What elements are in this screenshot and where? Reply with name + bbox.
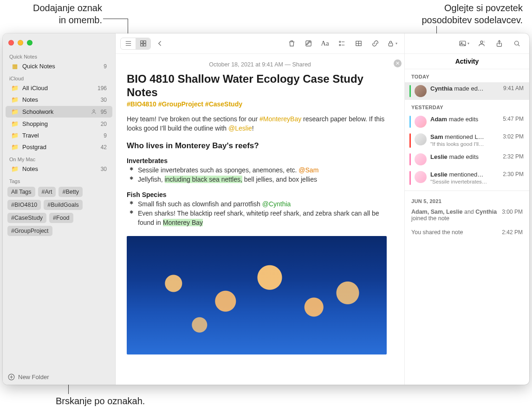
tag-chip-all[interactable]: All Tags [7, 187, 35, 197]
activity-panel: ▾ Activity TODAY Cynthia made ed… 9:41 A… [405, 33, 529, 385]
link-button[interactable] [367, 37, 383, 50]
bullet-list: Sessile invertebrates such as sponges, a… [127, 165, 393, 184]
sidebar-item-shopping[interactable]: 📁 Shopping 20 [6, 118, 112, 129]
highlight: including black sea nettles, [165, 176, 242, 183]
sidebar-item-all-icloud[interactable]: 📁 All iCloud 196 [6, 83, 112, 93]
sidebar-item-schoolwork[interactable]: 📁 Schoolwork 95 [6, 106, 112, 118]
sidebar-item-postgrad[interactable]: 📁 Postgrad 42 [6, 142, 112, 152]
delete-button[interactable] [284, 37, 299, 50]
highlight: Monterey Bay [163, 219, 203, 226]
activity-plain-row: You shared the note 2:42 PM [405, 227, 529, 237]
tag-chip-bio4810[interactable]: #BIO4810 [7, 200, 41, 210]
table-button[interactable] [350, 37, 366, 50]
activity-text: Leslie made edits [430, 153, 497, 161]
tag-chip-buildgoals[interactable]: #BuildGoals [44, 200, 82, 210]
mention[interactable]: @Sam [298, 166, 318, 174]
gallery-view-button[interactable] [136, 38, 150, 49]
activity-row[interactable]: Sam mentioned L… "If this looks good I'l… [405, 131, 529, 151]
activity-section-older: JUN 5, 2021 [405, 194, 529, 207]
sidebar-item-quicknotes[interactable]: ▦ Quick Notes 9 [6, 61, 112, 72]
activity-row[interactable]: Adam made edits 5:47 PM [405, 113, 529, 131]
activity-row[interactable]: Leslie made edits 2:32 PM [405, 151, 529, 168]
tag-chip-food[interactable]: #Food [49, 213, 73, 223]
tag-chip-casestudy[interactable]: #CaseStudy [7, 213, 46, 223]
svg-point-0 [93, 110, 95, 112]
activity-time: 3:00 PM [502, 209, 523, 222]
main-pane: Aa ▾ October 18, 2021 at 9:41 AM — Share… [116, 33, 405, 385]
note-metadata: October 18, 2021 at 9:41 AM — Shared [127, 59, 393, 72]
folder-icon: 📁 [11, 108, 19, 115]
avatar [415, 116, 427, 128]
note-editor[interactable]: October 18, 2021 at 9:41 AM — Shared BIO… [116, 54, 404, 385]
note-hashtags: #BIO4810 #GroupProject #CaseStudy [127, 100, 393, 108]
new-folder-label: New Folder [18, 374, 49, 381]
folder-icon: 📁 [11, 132, 19, 139]
main-toolbar: Aa ▾ [116, 33, 404, 54]
media-button[interactable]: ▾ [456, 37, 472, 50]
note-image-jellyfish[interactable] [127, 236, 387, 354]
note-paragraph: Hey team! I've broken out the sections f… [127, 114, 393, 133]
fullscreen-window-button[interactable] [27, 40, 32, 46]
folder-icon: 📁 [11, 85, 19, 92]
sidebar-item-count: 9 [104, 132, 107, 139]
close-icon: ✕ [394, 59, 402, 67]
list-item: Sessile invertebrates such as sponges, a… [138, 165, 393, 175]
collaborate-button[interactable] [474, 37, 489, 50]
new-note-button[interactable] [300, 37, 316, 50]
sidebar-item-travel[interactable]: 📁 Travel 9 [6, 130, 112, 141]
sidebar-section-quicknotes: Quick Notes [3, 50, 115, 60]
lock-button[interactable]: ▾ [384, 37, 400, 50]
tag-chip-betty[interactable]: #Betty [58, 187, 82, 197]
folder-icon: 📁 [11, 165, 19, 172]
plus-circle-icon [7, 373, 15, 381]
note-title: BIO 4810 Shallow Water Ecology Case Stud… [127, 72, 393, 99]
sidebar-item-count: 9 [104, 63, 107, 70]
list-view-button[interactable] [121, 38, 136, 49]
activity-edge [409, 85, 411, 97]
activity-section-yesterday: YESTERDAY [405, 100, 529, 113]
list-item: Even sharks! The blacktip reef shark, wh… [138, 209, 393, 228]
activity-row[interactable]: Cynthia made ed… 9:41 AM [405, 82, 529, 100]
activity-text: Cynthia made ed… [430, 85, 498, 92]
sidebar-item-notes[interactable]: 📁 Notes 30 [6, 94, 112, 105]
activity-section-today: TODAY [405, 69, 529, 82]
activity-time: 2:32 PM [503, 153, 524, 160]
close-window-button[interactable] [8, 40, 14, 46]
sidebar-section-icloud: iCloud [3, 72, 115, 82]
share-button[interactable] [491, 37, 507, 50]
activity-edge [409, 171, 411, 185]
svg-rect-10 [389, 43, 393, 46]
sidebar-item-count: 95 [101, 109, 107, 115]
sidebar-item-label: Notes [22, 96, 97, 103]
divider [405, 190, 529, 191]
sidebar-item-onmymac-notes[interactable]: 📁 Notes 30 [6, 164, 112, 174]
search-button[interactable] [509, 37, 525, 50]
activity-title: Activity [405, 54, 529, 69]
hashtag[interactable]: #MontereyBay [260, 115, 301, 123]
folder-icon: 📁 [11, 144, 19, 151]
back-button[interactable] [152, 37, 168, 50]
new-folder-button[interactable]: New Folder [7, 373, 49, 381]
sidebar-item-label: Quick Notes [22, 63, 100, 70]
mention[interactable]: @Cynthia [262, 200, 291, 208]
callout-activity: Oglejte si povzetek posodobitev sodelavc… [365, 2, 523, 26]
svg-point-13 [480, 41, 483, 43]
sidebar-section-onmymac: On My Mac [3, 153, 115, 163]
chevron-down-icon: ▾ [396, 41, 397, 46]
svg-point-8 [339, 45, 340, 46]
checklist-button[interactable] [334, 37, 350, 50]
activity-time: 3:02 PM [503, 133, 524, 140]
tag-chip-art[interactable]: #Art [38, 187, 56, 197]
tag-chip-groupproject[interactable]: #GroupProject [7, 226, 52, 236]
mention[interactable]: @Leslie [228, 125, 252, 132]
note-subheading: Fish Species [127, 191, 393, 198]
format-button[interactable]: Aa [317, 37, 333, 50]
activity-text: Sam mentioned L… "If this looks good I'l… [430, 133, 497, 148]
activity-row[interactable]: Leslie mentioned… "Sessile invertebrates… [405, 168, 529, 188]
avatar [415, 133, 427, 145]
sidebar-item-label: Schoolwork [22, 108, 87, 115]
close-activity-button[interactable]: ✕ [394, 59, 402, 67]
minimize-window-button[interactable] [18, 40, 23, 46]
avatar [415, 171, 427, 183]
sidebar-item-label: All iCloud [22, 85, 94, 92]
